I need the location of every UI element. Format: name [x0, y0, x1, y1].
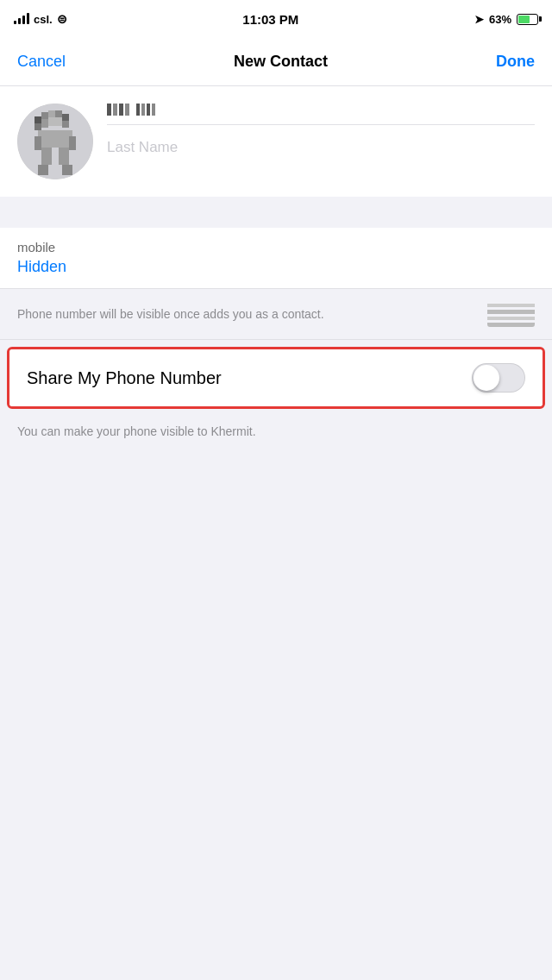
share-phone-toggle[interactable]	[472, 363, 525, 393]
first-name-row	[107, 104, 535, 125]
navigation-bar: Cancel New Contact Done	[0, 38, 552, 86]
caption-text: You can make your phone visible to Kherm…	[17, 423, 535, 441]
battery-indicator	[517, 14, 538, 25]
done-button[interactable]: Done	[496, 53, 535, 71]
phone-visibility-info: Phone number will be visible once adds y…	[17, 305, 487, 324]
status-bar: csl. ⊜ 11:03 PM ➤ 63%	[0, 0, 552, 38]
phone-section: mobile Hidden	[0, 228, 552, 289]
status-left: csl. ⊜	[14, 12, 67, 26]
svg-rect-9	[62, 121, 69, 128]
svg-rect-10	[38, 130, 72, 148]
carrier-label: csl.	[34, 13, 53, 26]
cancel-button[interactable]: Cancel	[17, 53, 66, 71]
contact-name-fields	[107, 104, 535, 161]
info-section: Phone number will be visible once adds y…	[0, 289, 552, 340]
section-separator-1	[0, 197, 552, 228]
bottom-background	[0, 458, 552, 976]
svg-rect-7	[41, 119, 48, 128]
svg-rect-1	[34, 116, 41, 123]
first-name-pixelated-2	[136, 104, 155, 116]
svg-rect-15	[38, 165, 48, 175]
share-phone-section: Share My Phone Number	[9, 349, 543, 406]
signal-bar-4	[27, 13, 29, 24]
avatar[interactable]	[17, 104, 93, 179]
battery-percent: 63%	[489, 13, 511, 26]
info-image-pixelated	[487, 301, 535, 327]
share-phone-highlight-border: Share My Phone Number	[7, 347, 545, 409]
signal-bar-1	[14, 21, 16, 24]
signal-bars	[14, 14, 29, 24]
svg-rect-11	[34, 136, 41, 150]
wifi-icon: ⊜	[57, 12, 67, 26]
share-phone-label: Share My Phone Number	[27, 368, 222, 388]
signal-bar-2	[18, 18, 21, 24]
phone-value: Hidden	[17, 258, 535, 276]
svg-rect-3	[48, 110, 55, 117]
page-title: New Contact	[234, 53, 328, 71]
avatar-image	[17, 104, 93, 179]
svg-rect-12	[69, 136, 76, 150]
svg-rect-16	[62, 165, 72, 175]
svg-rect-5	[62, 114, 69, 121]
svg-rect-14	[59, 148, 69, 165]
phone-label: mobile	[17, 240, 535, 254]
status-right: ➤ 63%	[474, 13, 538, 26]
contact-form-section	[0, 86, 552, 197]
svg-rect-2	[41, 112, 48, 119]
svg-rect-6	[34, 123, 41, 130]
first-name-pixelated	[107, 104, 129, 116]
battery-fill	[518, 16, 530, 23]
svg-rect-13	[41, 148, 52, 165]
battery-icon	[517, 14, 538, 25]
toggle-knob	[474, 365, 499, 391]
svg-rect-8	[48, 117, 62, 126]
signal-bar-3	[22, 16, 25, 24]
status-time: 11:03 PM	[242, 12, 298, 27]
last-name-input[interactable]	[107, 134, 535, 161]
caption-section: You can make your phone visible to Kherm…	[0, 416, 552, 458]
location-icon: ➤	[474, 13, 484, 26]
svg-rect-4	[55, 110, 62, 117]
